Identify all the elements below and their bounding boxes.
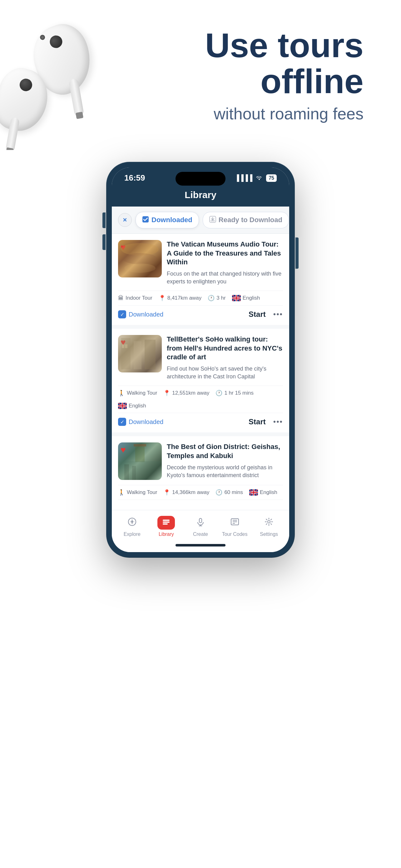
nav-item-settings[interactable]: Settings <box>252 516 286 537</box>
downloaded-label-vatican: Downloaded <box>129 311 163 318</box>
filter-tab-downloaded[interactable]: Downloaded <box>136 212 199 228</box>
volume-down-btn <box>102 234 106 250</box>
settings-icon-wrap <box>260 516 278 530</box>
downloaded-badge-soho: ✓ Downloaded <box>118 418 163 426</box>
tour-info-vatican: The Vatican Museums Audio Tour: A Guide … <box>167 240 283 286</box>
filter-ready-label: Ready to Download <box>219 216 282 224</box>
tour-codes-icon-wrap <box>226 516 244 530</box>
download-check-icon <box>142 216 149 224</box>
tour-card-top: ♥ The Vatican Museums Audio Tour: A Guid… <box>118 240 283 286</box>
indoor-icon: 🏛 <box>118 295 124 302</box>
earbud-stem-right <box>68 78 84 117</box>
actions-right-soho: Start ••• <box>248 417 283 426</box>
uk-flag-icon <box>232 295 241 301</box>
create-icon-wrap <box>192 516 209 530</box>
hero-subtitle: without roaming fees <box>205 104 364 123</box>
tour-desc-vatican: Focus on the art that changed history wi… <box>167 270 283 286</box>
explore-icon <box>127 517 137 529</box>
filter-close-button[interactable]: × <box>118 213 132 227</box>
power-btn <box>295 238 299 269</box>
tour-duration-soho: 🕐 1 hr 15 mins <box>215 390 254 397</box>
tour-meta-soho: 🚶 Walking Tour 📍 12,551km away 🕐 1 hr 15… <box>118 385 283 413</box>
svg-rect-48 <box>163 523 168 525</box>
library-icon-wrap <box>157 516 175 530</box>
filter-bar[interactable]: × Downloaded <box>112 207 289 234</box>
tour-distance-vatican: 📍 8,417km away <box>159 294 202 302</box>
settings-icon <box>264 517 274 529</box>
nav-title-bar: Library <box>112 187 289 207</box>
clock-icon-gion: 🕐 <box>215 489 222 496</box>
tour-card-top-soho: ♥ TellBetter's SoHo walking tour: from H… <box>118 335 283 380</box>
phone-wrapper: 16:59 ▐▐▐▐ 75 Library <box>0 150 401 576</box>
start-button-soho[interactable]: Start <box>248 417 266 426</box>
svg-rect-19 <box>122 344 124 348</box>
svg-point-6 <box>124 264 156 273</box>
nav-item-tour-codes[interactable]: Tour Codes <box>218 516 252 537</box>
tour-thumbnail-vatican[interactable]: ♥ <box>118 240 162 277</box>
start-button-vatican[interactable]: Start <box>248 310 266 319</box>
explore-label: Explore <box>124 531 140 537</box>
tour-type-soho: 🚶 Walking Tour <box>118 390 157 397</box>
svg-rect-17 <box>134 341 141 369</box>
downloaded-badge-vatican: ✓ Downloaded <box>118 310 163 318</box>
svg-rect-30 <box>134 444 146 446</box>
svg-rect-33 <box>124 464 129 480</box>
hero-section: Use tours offline without roaming fees <box>0 0 401 150</box>
tour-type-vatican: 🏛 Indoor Tour <box>118 295 153 302</box>
hero-title: Use tours offline <box>205 27 364 99</box>
actions-right-vatican: Start ••• <box>248 310 283 319</box>
tour-card-gion: ♥ The Best of Gion District: Geishas, Te… <box>112 436 289 506</box>
tour-distance-soho: 📍 12,551km away <box>163 390 209 397</box>
svg-rect-34 <box>132 466 136 480</box>
tour-duration-gion: 🕐 60 mins <box>215 489 243 496</box>
tour-language-soho: English <box>118 403 146 409</box>
status-time: 16:59 <box>124 173 145 183</box>
downloaded-label-soho: Downloaded <box>129 418 163 426</box>
clock-icon-soho: 🕐 <box>215 390 222 397</box>
library-icon <box>162 517 171 529</box>
dynamic-island <box>175 172 226 186</box>
svg-point-56 <box>268 521 270 523</box>
tour-language-vatican: English <box>232 295 260 301</box>
tour-meta-gion: 🚶 Walking Tour 📍 14,366km away 🕐 60 mins <box>118 485 283 500</box>
nav-item-create[interactable]: Create <box>183 516 218 537</box>
tour-actions-soho: ✓ Downloaded Start ••• <box>118 413 283 426</box>
home-bar <box>175 544 226 547</box>
home-indicator <box>112 541 289 552</box>
tour-desc-soho: Find out how SoHo's art saved the city's… <box>167 365 283 380</box>
phone-side-button-right <box>295 238 299 269</box>
walking-icon-gion: 🚶 <box>118 489 125 496</box>
walking-icon: 🚶 <box>118 390 125 397</box>
earbud-small-dot <box>39 34 46 41</box>
nav-item-explore[interactable]: Explore <box>115 516 149 537</box>
more-options-button-vatican[interactable]: ••• <box>273 310 283 319</box>
filter-tab-ready[interactable]: Ready to Download <box>203 212 289 228</box>
tour-thumbnail-gion[interactable]: ♥ <box>118 442 162 480</box>
tour-actions-vatican: ✓ Downloaded Start ••• <box>118 306 283 319</box>
more-options-button-soho[interactable]: ••• <box>273 417 283 426</box>
tour-title-vatican: The Vatican Museums Audio Tour: A Guide … <box>167 240 283 267</box>
filter-downloaded-label: Downloaded <box>152 216 192 224</box>
svg-rect-18 <box>144 340 156 369</box>
create-label: Create <box>193 531 208 537</box>
uk-flag-icon-soho <box>118 403 127 409</box>
location-icon: 📍 <box>159 294 166 302</box>
close-icon: × <box>123 216 127 224</box>
earbud-speaker-dot <box>48 34 64 50</box>
hero-text: Use tours offline without roaming fees <box>205 27 364 123</box>
tour-meta-vatican: 🏛 Indoor Tour 📍 8,417km away 🕐 3 hr <box>118 290 283 306</box>
bottom-navigation: Explore Library <box>112 510 289 541</box>
tour-duration-vatican: 🕐 3 hr <box>208 294 226 302</box>
svg-rect-16 <box>121 338 131 369</box>
download-check-icon-badge: ✓ <box>118 310 126 318</box>
svg-rect-31 <box>135 446 144 462</box>
uk-flag-icon-gion <box>249 489 258 496</box>
tour-list: ♥ The Vatican Museums Audio Tour: A Guid… <box>112 234 289 506</box>
battery-badge: 75 <box>266 174 277 182</box>
stem-tip-right <box>75 112 83 119</box>
tour-thumbnail-soho[interactable]: ♥ <box>118 335 162 372</box>
earbud-stem-left <box>5 117 20 150</box>
stem-tip-left <box>6 148 13 150</box>
clock-icon: 🕐 <box>208 294 214 302</box>
nav-item-library[interactable]: Library <box>149 516 183 537</box>
